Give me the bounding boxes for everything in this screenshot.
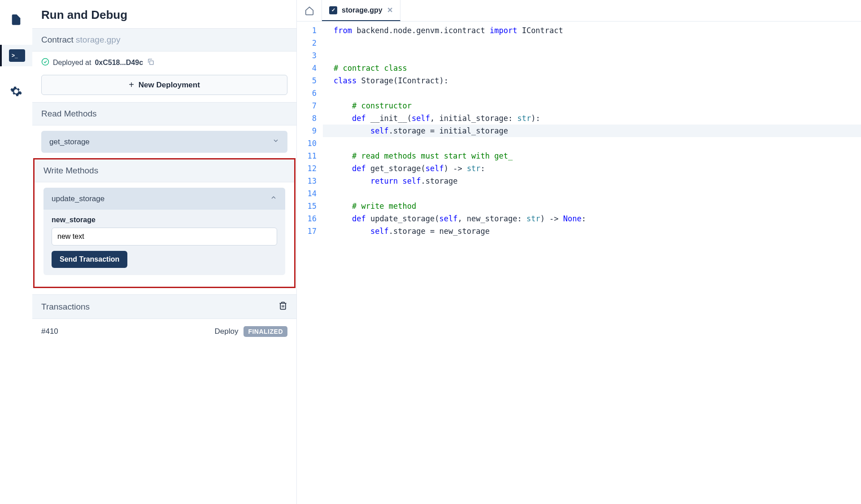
check-icon — [41, 58, 49, 68]
terminal-icon[interactable]: >_ — [0, 45, 32, 66]
param-input-new-storage[interactable] — [52, 228, 277, 246]
contract-header: Contract storage.gpy — [32, 28, 296, 52]
settings-icon[interactable] — [5, 81, 27, 102]
contract-file: storage.gpy — [76, 35, 120, 44]
method-name: get_storage — [49, 138, 90, 146]
plus-icon: + — [129, 80, 134, 90]
deployed-status: Deployed at 0xC518...D49c — [32, 52, 296, 73]
read-method-get-storage[interactable]: get_storage — [41, 131, 287, 153]
transaction-row[interactable]: #410 Deploy FINALIZED — [32, 319, 296, 344]
tab-bar: ✓ storage.gpy ✕ — [297, 0, 861, 22]
write-methods-highlighted: Write Methods update_storage new_storage… — [33, 158, 296, 288]
code-editor[interactable]: 1234567891011121314151617 from backend.n… — [297, 22, 861, 504]
deployed-label: Deployed at — [53, 59, 91, 67]
write-method-update-storage[interactable]: update_storage — [43, 188, 285, 210]
deployed-address: 0xC518...D49c — [95, 59, 143, 67]
code-lines: from backend.node.genvm.icontract import… — [323, 24, 861, 504]
tx-status-badge: FINALIZED — [244, 326, 287, 337]
file-check-icon: ✓ — [329, 6, 337, 14]
method-body: new_storage Send Transaction — [43, 210, 285, 275]
file-icon[interactable] — [5, 9, 27, 30]
svg-point-0 — [42, 59, 49, 65]
new-deployment-button[interactable]: + New Deployment — [41, 75, 287, 95]
chevron-up-icon — [270, 194, 277, 203]
tx-type: Deploy — [214, 327, 238, 336]
read-methods-header: Read Methods — [32, 102, 296, 125]
copy-icon[interactable] — [147, 58, 155, 68]
close-icon[interactable]: ✕ — [387, 6, 393, 14]
send-transaction-button[interactable]: Send Transaction — [52, 251, 127, 268]
param-label: new_storage — [52, 216, 277, 224]
new-deployment-label: New Deployment — [139, 81, 200, 90]
line-gutter: 1234567891011121314151617 — [297, 24, 323, 504]
debug-panel: Run and Debug Contract storage.gpy Deplo… — [32, 0, 297, 504]
trash-icon[interactable] — [278, 301, 287, 312]
method-name: update_storage — [52, 194, 104, 203]
file-tab-storage[interactable]: ✓ storage.gpy ✕ — [322, 0, 400, 21]
svg-rect-1 — [150, 61, 153, 65]
transactions-header: Transactions — [32, 294, 296, 319]
contract-label: Contract — [41, 35, 74, 44]
tx-id: #410 — [41, 327, 58, 336]
icon-sidebar: >_ — [0, 0, 32, 504]
panel-title: Run and Debug — [32, 0, 296, 28]
chevron-down-icon — [272, 137, 279, 146]
write-methods-header: Write Methods — [35, 159, 294, 182]
editor-area: ✓ storage.gpy ✕ 123456789101112131415161… — [297, 0, 861, 504]
home-tab[interactable] — [297, 0, 322, 21]
file-tab-name: storage.gpy — [342, 6, 383, 14]
